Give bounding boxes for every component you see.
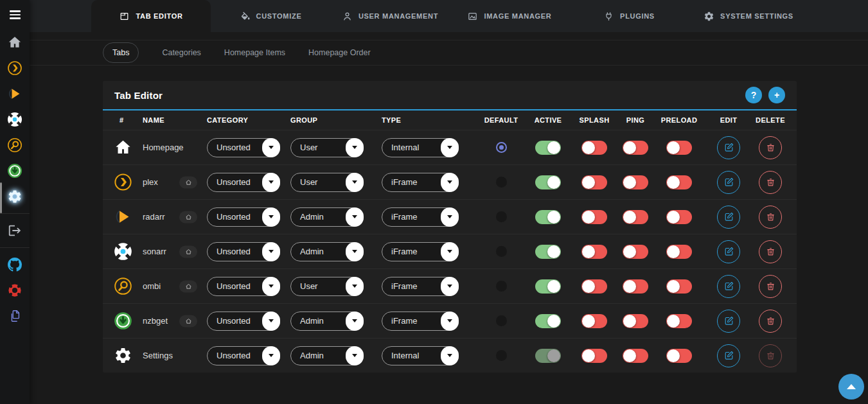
splash-toggle[interactable]: [581, 349, 607, 363]
edit-button[interactable]: [717, 275, 740, 298]
subtab-homepage-order[interactable]: Homepage Order: [308, 48, 371, 57]
edit-button[interactable]: [717, 310, 740, 333]
active-toggle[interactable]: [535, 210, 561, 224]
table-row: nzbget Unsorted Admin iFrame: [103, 303, 797, 338]
column-header-edit: EDIT: [704, 116, 753, 124]
type-select[interactable]: iFrame: [382, 242, 459, 261]
ping-toggle[interactable]: [623, 314, 648, 328]
type-select[interactable]: iFrame: [382, 207, 459, 227]
type-select[interactable]: iFrame: [382, 312, 459, 331]
active-toggle[interactable]: [535, 175, 561, 189]
top-tab-tab-editor[interactable]: TAB EDITOR: [91, 0, 211, 32]
subtab-categories[interactable]: Categories: [162, 48, 200, 57]
delete-button[interactable]: [759, 240, 782, 263]
splash-toggle[interactable]: [581, 245, 607, 259]
ping-toggle[interactable]: [623, 349, 648, 363]
splash-toggle[interactable]: [581, 141, 607, 155]
top-tab-image-manager[interactable]: IMAGE MANAGER: [450, 0, 569, 32]
default-radio[interactable]: [496, 177, 507, 188]
edit-button[interactable]: [717, 136, 740, 159]
type-select[interactable]: iFrame: [382, 277, 459, 296]
edit-button[interactable]: [717, 206, 740, 229]
edit-button[interactable]: [717, 240, 740, 263]
top-tab-system-settings[interactable]: SYSTEM SETTINGS: [689, 0, 808, 32]
scroll-to-top-button[interactable]: [838, 374, 864, 400]
preload-toggle[interactable]: [666, 175, 692, 189]
splash-toggle[interactable]: [581, 279, 607, 294]
sidebar-item-logout[interactable]: [0, 218, 30, 243]
default-radio[interactable]: [496, 281, 507, 292]
top-tab-customize[interactable]: CUSTOMIZE: [211, 0, 330, 32]
type-select[interactable]: Internal: [382, 138, 459, 157]
type-select[interactable]: iFrame: [382, 173, 459, 192]
ping-toggle[interactable]: [623, 175, 648, 189]
category-select[interactable]: Unsorted: [207, 242, 280, 261]
category-select[interactable]: Unsorted: [207, 207, 280, 227]
sidebar-item-docs[interactable]: [0, 303, 30, 329]
sidebar-item-settings[interactable]: [0, 184, 30, 209]
splash-toggle[interactable]: [581, 175, 607, 189]
sidebar-item-sonarr[interactable]: [0, 107, 30, 132]
active-toggle[interactable]: [535, 314, 561, 328]
ping-toggle[interactable]: [623, 210, 648, 224]
top-tab-plugins[interactable]: PLUGINS: [569, 0, 689, 32]
preload-toggle[interactable]: [666, 141, 692, 155]
sidebar-item-github[interactable]: [0, 252, 30, 277]
active-toggle[interactable]: [535, 245, 561, 259]
add-tab-button[interactable]: +: [768, 87, 785, 103]
type-select[interactable]: Internal: [382, 346, 459, 365]
group-select[interactable]: Admin: [290, 346, 364, 365]
splash-toggle[interactable]: [581, 314, 607, 328]
ping-toggle[interactable]: [623, 141, 648, 155]
delete-button[interactable]: [759, 206, 782, 229]
default-radio[interactable]: [496, 211, 507, 222]
delete-button[interactable]: [759, 171, 782, 194]
group-select[interactable]: User: [290, 277, 364, 296]
sidebar-item-ombi[interactable]: [0, 132, 30, 158]
default-radio[interactable]: [496, 315, 507, 326]
sidebar-scrollbar[interactable]: [0, 182, 2, 213]
top-tab-user-management[interactable]: USER MANAGEMENT: [330, 0, 450, 32]
group-select[interactable]: User: [290, 138, 364, 157]
category-select[interactable]: Unsorted: [207, 277, 280, 296]
active-toggle[interactable]: [535, 349, 561, 363]
default-radio[interactable]: [496, 142, 507, 153]
delete-button[interactable]: [759, 344, 782, 367]
edit-button[interactable]: [717, 344, 740, 367]
sidebar-item-plex[interactable]: [0, 55, 30, 81]
sidebar-item-support[interactable]: [0, 277, 30, 303]
default-radio[interactable]: [496, 246, 507, 257]
edit-icon: [723, 281, 734, 292]
preload-toggle[interactable]: [666, 210, 692, 224]
edit-button[interactable]: [717, 171, 740, 194]
group-select[interactable]: Admin: [290, 312, 364, 331]
active-toggle[interactable]: [535, 279, 561, 294]
subtab-tabs[interactable]: Tabs: [103, 42, 139, 63]
group-select[interactable]: Admin: [290, 207, 364, 227]
ping-toggle[interactable]: [623, 245, 648, 259]
help-button[interactable]: ?: [745, 87, 762, 103]
sidebar-item-radarr[interactable]: [0, 81, 30, 107]
subtab-homepage-items[interactable]: Homepage Items: [224, 48, 285, 57]
group-select[interactable]: Admin: [290, 242, 364, 261]
category-select[interactable]: Unsorted: [207, 312, 280, 331]
group-select[interactable]: User: [290, 173, 364, 192]
sidebar-item-home[interactable]: [0, 30, 30, 55]
menu-button[interactable]: [0, 0, 30, 30]
preload-toggle[interactable]: [666, 279, 692, 294]
splash-toggle[interactable]: [581, 210, 607, 224]
tab-name: Settings: [143, 351, 173, 360]
category-select[interactable]: Unsorted: [207, 346, 280, 365]
delete-button[interactable]: [759, 136, 782, 159]
ping-toggle[interactable]: [623, 279, 648, 294]
preload-toggle[interactable]: [666, 245, 692, 259]
active-toggle[interactable]: [535, 141, 561, 155]
preload-toggle[interactable]: [666, 314, 692, 328]
delete-button[interactable]: [759, 310, 782, 333]
category-select[interactable]: Unsorted: [207, 138, 280, 157]
category-select[interactable]: Unsorted: [207, 173, 280, 192]
preload-toggle[interactable]: [666, 349, 692, 363]
default-radio[interactable]: [496, 350, 507, 361]
delete-button[interactable]: [759, 275, 782, 298]
sidebar-item-nzbget[interactable]: [0, 158, 30, 184]
